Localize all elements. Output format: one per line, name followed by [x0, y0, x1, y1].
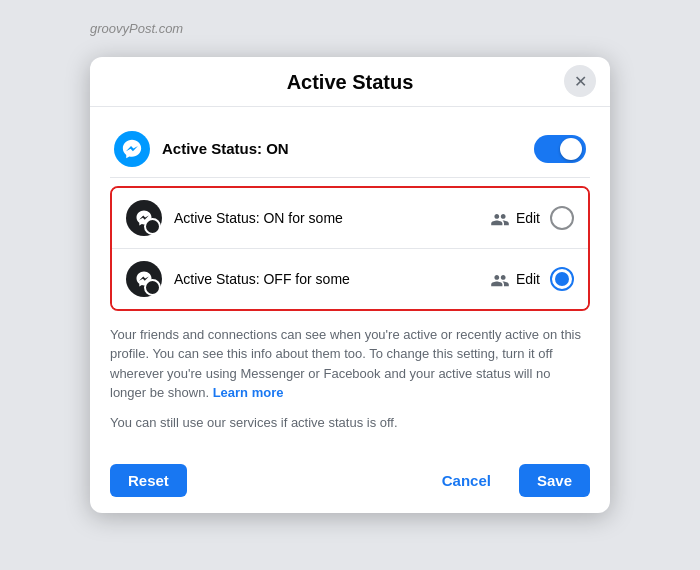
option-icon-on — [126, 200, 162, 236]
toggle-thumb — [560, 138, 582, 160]
main-status-label: Active Status: ON — [162, 140, 534, 157]
dialog-footer: Reset Cancel Save — [90, 464, 610, 513]
radio-off-for-some[interactable] — [550, 267, 574, 291]
option-label-on-for-some: Active Status: ON for some — [174, 210, 490, 226]
edit-group-off: Edit — [490, 271, 540, 287]
messenger-small-icon — [135, 209, 153, 227]
save-button[interactable]: Save — [519, 464, 590, 497]
option-row-on-for-some[interactable]: Active Status: ON for some Edit — [112, 188, 588, 249]
messenger-small-icon-2 — [135, 270, 153, 288]
edit-label-on[interactable]: Edit — [516, 210, 540, 226]
watermark: groovyPost.com — [90, 21, 183, 36]
option-label-off-for-some: Active Status: OFF for some — [174, 271, 490, 287]
learn-more-link[interactable]: Learn more — [213, 385, 284, 400]
footer-right-buttons: Cancel Save — [424, 464, 590, 497]
options-section: Active Status: ON for some Edit — [110, 186, 590, 311]
description2-text: You can still use our services if active… — [110, 413, 590, 433]
people-icon — [490, 210, 510, 226]
dialog-body: Active Status: ON Active Status: ON for … — [90, 107, 610, 465]
radio-on-for-some[interactable] — [550, 206, 574, 230]
active-status-toggle[interactable] — [534, 135, 586, 163]
main-status-row: Active Status: ON — [110, 121, 590, 178]
close-icon: ✕ — [574, 72, 587, 91]
option-row-off-for-some[interactable]: Active Status: OFF for some Edit — [112, 249, 588, 309]
active-status-dialog: groovyPost.com Active Status ✕ Active St… — [90, 57, 610, 514]
messenger-icon-badge — [114, 131, 150, 167]
dialog-title: Active Status — [287, 71, 414, 94]
people-icon-2 — [490, 271, 510, 287]
description-text: Your friends and connections can see whe… — [110, 325, 590, 403]
option-icon-off — [126, 261, 162, 297]
edit-group-on: Edit — [490, 210, 540, 226]
edit-label-off[interactable]: Edit — [516, 271, 540, 287]
dialog-header: Active Status ✕ — [90, 57, 610, 107]
cancel-button[interactable]: Cancel — [424, 464, 509, 497]
reset-button[interactable]: Reset — [110, 464, 187, 497]
messenger-icon — [121, 138, 143, 160]
close-button[interactable]: ✕ — [564, 65, 596, 97]
